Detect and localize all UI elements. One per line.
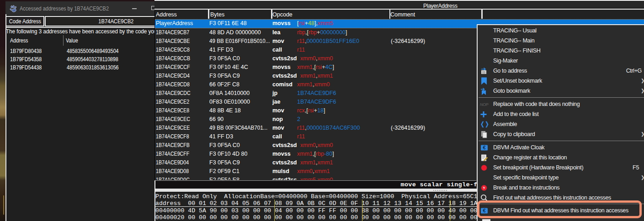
svg-text:€: €: [483, 145, 486, 150]
